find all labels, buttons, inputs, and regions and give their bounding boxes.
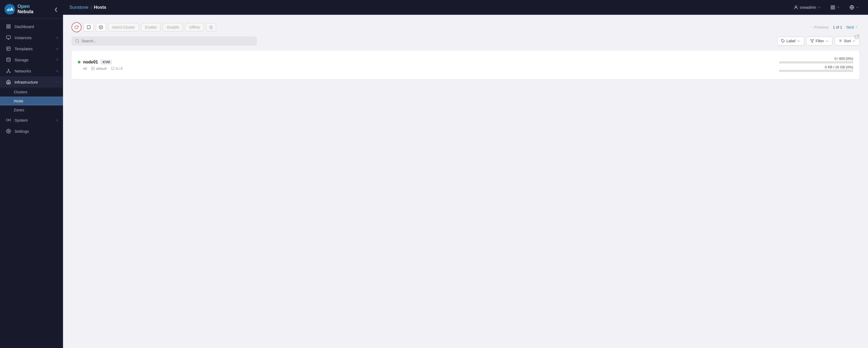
layout-icon — [830, 5, 835, 10]
svg-point-10 — [7, 72, 7, 73]
offline-button[interactable]: Offline — [185, 23, 204, 32]
external-link-icon[interactable] — [854, 34, 860, 39]
filter-button[interactable]: Filter — [806, 36, 833, 45]
select-cluster-button[interactable]: Select Cluster — [108, 23, 139, 32]
sidebar-item-infrastructure[interactable]: Infrastructure − — [0, 76, 63, 88]
logo-text: Open Nebula — [18, 4, 33, 14]
cpu-metric: 0 / 800 (0%) — [779, 57, 853, 64]
svg-point-1 — [7, 9, 9, 11]
host-status-dot — [78, 61, 81, 64]
sidebar-item-zones[interactable]: Zones — [0, 106, 63, 114]
sidebar-item-templates[interactable]: Templates + — [0, 43, 63, 54]
mem-label: 0 KB / 16 GB (0%) — [779, 65, 853, 69]
user-menu-button[interactable]: oneadmin — [791, 3, 824, 11]
offline-label: Offline — [189, 25, 200, 29]
storage-expand-icon: + — [56, 58, 58, 62]
filter-icon — [810, 39, 814, 43]
networks-expand-icon: + — [56, 69, 58, 73]
settings-icon — [6, 128, 11, 134]
sidebar-item-system[interactable]: System + — [0, 114, 63, 126]
add-icon — [99, 25, 103, 29]
svg-point-25 — [76, 39, 79, 42]
disable-button[interactable]: Disable — [163, 23, 183, 32]
svg-point-9 — [8, 69, 9, 70]
select-all-button[interactable] — [84, 23, 94, 32]
host-metrics: 0 / 800 (0%) 0 KB / 16 GB (0%) — [779, 57, 853, 73]
cpu-bar-bg — [779, 61, 853, 64]
instances-icon — [6, 35, 11, 40]
cpu-label: 0 / 800 (0%) — [779, 57, 853, 61]
previous-button[interactable]: Previous — [809, 24, 830, 30]
logo-area: Open Nebula ❮ — [0, 0, 63, 19]
system-label: System — [14, 118, 56, 123]
svg-marker-28 — [810, 40, 814, 42]
sidebar-collapse-button[interactable]: ❮ — [53, 6, 59, 13]
enable-label: Enable — [145, 25, 157, 29]
sort-btn-text: Sort — [844, 39, 851, 43]
sidebar-item-networks[interactable]: Networks + — [0, 65, 63, 76]
toolbar: Select Cluster Enable Disable Offline Pr… — [71, 22, 860, 32]
search-input[interactable] — [82, 39, 253, 43]
svg-rect-18 — [833, 8, 835, 9]
main-area: Sunstone | Hosts oneadmin — [63, 0, 868, 348]
label-icon — [781, 39, 785, 43]
sidebar-item-clusters[interactable]: Clusters — [0, 88, 63, 97]
next-button[interactable]: Next — [845, 24, 860, 30]
settings-label: Settings — [14, 129, 58, 134]
system-expand-icon: + — [56, 118, 58, 122]
svg-line-26 — [78, 42, 79, 42]
svg-rect-15 — [831, 5, 832, 7]
filter-row: Label Filter Sort — [71, 36, 860, 45]
filter-buttons: Label Filter Sort — [777, 36, 860, 45]
brand-nebula: Nebula — [18, 9, 33, 14]
refresh-button[interactable] — [71, 22, 82, 32]
hosts-list: node01 KVM #0 default 0 / 0 0 / 800 (0%) — [71, 51, 860, 79]
svg-rect-21 — [87, 26, 90, 29]
add-button[interactable] — [96, 23, 106, 32]
sidebar-item-dashboard[interactable]: Dashboard — [0, 21, 63, 32]
templates-icon — [6, 46, 11, 51]
next-label: Next — [846, 25, 854, 29]
host-cluster: default — [91, 67, 106, 71]
lang-chevron-icon — [856, 6, 859, 9]
svg-point-12 — [8, 119, 9, 121]
sort-chevron-icon — [852, 39, 856, 42]
delete-button[interactable] — [206, 23, 216, 32]
brand-open: Open — [18, 4, 33, 9]
clusters-label: Clusters — [14, 90, 27, 94]
instances-label: Instances — [14, 35, 56, 40]
globe-icon — [849, 5, 854, 10]
sidebar-item-instances[interactable]: Instances + — [0, 32, 63, 43]
dashboard-icon — [6, 24, 11, 29]
svg-point-8 — [7, 58, 10, 59]
label-chevron-icon — [797, 39, 800, 42]
label-btn-text: Label — [786, 39, 796, 43]
layout-chevron-icon — [837, 6, 840, 9]
layout-button[interactable] — [828, 3, 843, 11]
storage-label: Storage — [14, 58, 56, 62]
search-box[interactable] — [71, 36, 257, 45]
breadcrumb-page: Hosts — [94, 5, 106, 10]
label-button[interactable]: Label — [777, 36, 804, 45]
checkbox-icon — [87, 25, 91, 29]
content-area: Select Cluster Enable Disable Offline Pr… — [63, 15, 868, 348]
networks-icon — [6, 68, 11, 74]
svg-rect-4 — [7, 27, 8, 28]
sidebar-item-storage[interactable]: Storage + — [0, 54, 63, 65]
next-chevron-icon — [855, 26, 858, 29]
language-button[interactable] — [847, 3, 862, 11]
templates-expand-icon: + — [56, 46, 58, 51]
svg-rect-7 — [7, 47, 10, 50]
host-meta: #0 default 0 / 0 — [83, 67, 779, 71]
system-icon — [6, 117, 11, 123]
enable-button[interactable]: Enable — [141, 23, 161, 32]
templates-label: Templates — [14, 46, 56, 51]
host-card[interactable]: node01 KVM #0 default 0 / 0 0 / 800 (0%) — [71, 51, 860, 79]
infrastructure-expand-icon: − — [56, 80, 58, 84]
sidebar-nav: Dashboard Instances + Templates + Storag… — [0, 19, 63, 348]
user-chevron-icon — [818, 6, 821, 9]
sidebar-item-hosts[interactable]: Hosts — [0, 97, 63, 106]
sidebar-item-settings[interactable]: Settings — [0, 126, 63, 137]
breadcrumb: Sunstone | Hosts — [69, 5, 106, 10]
svg-rect-3 — [9, 25, 10, 26]
